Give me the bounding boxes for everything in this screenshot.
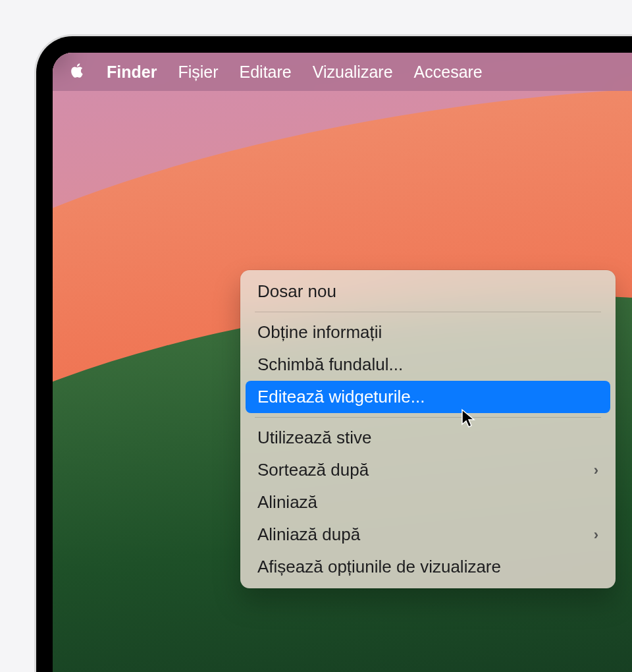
ctx-item-show-view-options[interactable]: Afișează opțiunile de vizualizare bbox=[246, 551, 610, 583]
ctx-item-label: Sortează după bbox=[257, 460, 369, 480]
chevron-right-icon: › bbox=[594, 462, 598, 479]
ctx-item-label: Aliniază bbox=[257, 492, 317, 513]
ctx-item-sort-by[interactable]: Sortează după › bbox=[246, 454, 610, 486]
menu-separator bbox=[255, 417, 601, 418]
apple-menu-icon[interactable] bbox=[68, 62, 86, 82]
ctx-item-label: Editează widgeturile... bbox=[257, 387, 425, 407]
ctx-item-label: Utilizează stive bbox=[257, 428, 371, 448]
ctx-item-clean-up-by[interactable]: Aliniază după › bbox=[246, 518, 610, 551]
menubar-item-file[interactable]: Fișier bbox=[178, 63, 218, 82]
ctx-item-label: Obține informații bbox=[257, 322, 382, 343]
device-bezel: Finder Fișier Editare Vizualizare Accesa… bbox=[36, 36, 632, 672]
menubar-item-view[interactable]: Vizualizare bbox=[313, 63, 393, 82]
ctx-item-label: Aliniază după bbox=[257, 524, 360, 545]
cursor-pointer-icon bbox=[461, 408, 477, 428]
ctx-item-label: Dosar nou bbox=[257, 281, 336, 302]
desktop-screen[interactable]: Finder Fișier Editare Vizualizare Accesa… bbox=[53, 53, 632, 672]
ctx-item-edit-widgets[interactable]: Editează widgeturile... bbox=[246, 381, 610, 413]
menubar-item-edit[interactable]: Editare bbox=[240, 63, 292, 82]
menubar: Finder Fișier Editare Vizualizare Accesa… bbox=[53, 53, 632, 91]
ctx-item-change-background[interactable]: Schimbă fundalul... bbox=[246, 349, 610, 381]
ctx-item-get-info[interactable]: Obține informații bbox=[246, 316, 610, 349]
ctx-item-clean-up[interactable]: Aliniază bbox=[246, 486, 610, 518]
ctx-item-use-stacks[interactable]: Utilizează stive bbox=[246, 422, 610, 454]
menubar-item-go[interactable]: Accesare bbox=[414, 63, 483, 82]
ctx-item-new-folder[interactable]: Dosar nou bbox=[246, 275, 610, 308]
desktop-context-menu: Dosar nou Obține informații Schimbă fund… bbox=[240, 270, 616, 588]
menu-separator bbox=[255, 312, 601, 312]
ctx-item-label: Schimbă fundalul... bbox=[257, 354, 403, 375]
menubar-app-name[interactable]: Finder bbox=[107, 63, 157, 82]
ctx-item-label: Afișează opțiunile de vizualizare bbox=[257, 557, 501, 577]
chevron-right-icon: › bbox=[594, 526, 598, 544]
